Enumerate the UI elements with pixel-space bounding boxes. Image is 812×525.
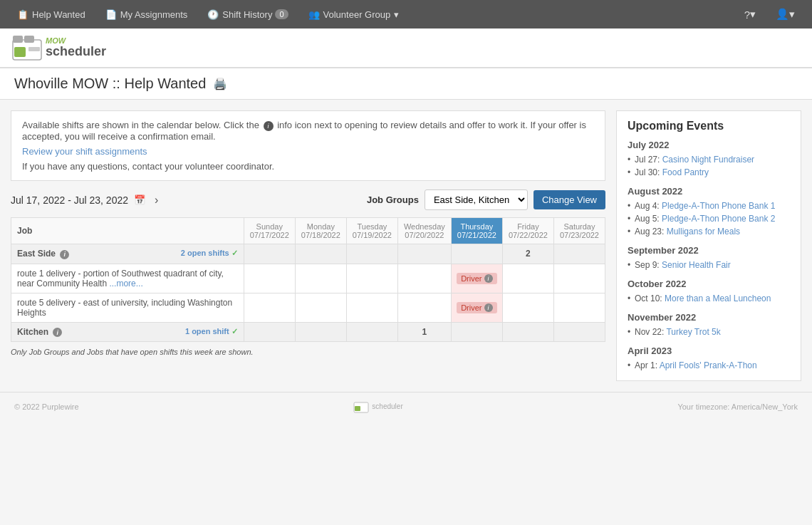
logo[interactable]: MOW scheduler bbox=[11, 34, 106, 61]
group-name-east-side[interactable]: East Side i 2 open shifts ✓ bbox=[11, 244, 244, 264]
nav-help-button[interactable]: ? ▾ bbox=[734, 0, 766, 28]
list-item: • Sep 9: Senior Health Fair bbox=[628, 259, 790, 271]
list-item: • Aug 5: Pledge-A-Thon Phone Bank 2 bbox=[628, 212, 790, 225]
kitchen-label: Kitchen bbox=[17, 327, 48, 337]
main-container: Available shifts are shown in the calend… bbox=[0, 100, 812, 392]
event-date: Jul 30: bbox=[635, 167, 662, 177]
col-header-sun: Sunday 07/17/2022 bbox=[244, 218, 295, 244]
svg-rect-4 bbox=[28, 47, 40, 51]
route1-more-link[interactable]: ...more... bbox=[109, 279, 142, 289]
job-label-route1: route 1 delivery - portion of Southwest … bbox=[11, 264, 244, 293]
event-link-pledge1[interactable]: Pledge-A-Thon Phone Bank 1 bbox=[662, 201, 775, 211]
nav-label-volunteer-group: Volunteer Group bbox=[323, 9, 391, 20]
east-side-open-shifts[interactable]: 2 open shifts ✓ bbox=[181, 249, 238, 258]
footer-timezone: Your timezone: America/New_York bbox=[677, 402, 798, 411]
info-box: Available shifts are shown in the calend… bbox=[11, 110, 605, 181]
nav-item-shift-history[interactable]: 🕐 Shift History 0 bbox=[197, 0, 298, 28]
group-icon: 👥 bbox=[308, 9, 320, 20]
col-header-fri: Friday07/22/2022 bbox=[502, 218, 553, 244]
list-item: • Oct 10: More than a Meal Luncheon bbox=[628, 292, 790, 305]
list-item: • Jul 30: Food Pantry bbox=[628, 166, 790, 179]
east-side-cell-fri: 2 bbox=[502, 244, 553, 264]
svg-rect-1 bbox=[13, 36, 23, 43]
route1-driver-info-icon[interactable]: i bbox=[484, 274, 493, 283]
east-side-info-icon[interactable]: i bbox=[60, 250, 69, 259]
east-side-cell-sat bbox=[553, 244, 605, 264]
events-month-november: November 2022 • Nov 22: Turkey Trot 5k bbox=[628, 312, 790, 338]
page-title: Whoville MOW :: Help Wanted bbox=[14, 76, 206, 92]
events-month-september: September 2022 • Sep 9: Senior Health Fa… bbox=[628, 245, 790, 271]
info-circle-icon: i bbox=[264, 121, 274, 131]
nav-label-shift-history: Shift History bbox=[222, 9, 272, 20]
list-item: • Nov 22: Turkey Trot 5k bbox=[628, 326, 790, 338]
kitchen-open-shifts[interactable]: 1 open shift ✓ bbox=[185, 327, 238, 336]
nav-item-my-assignments[interactable]: 📄 My Assignments bbox=[95, 0, 198, 28]
left-content: Available shifts are shown in the calend… bbox=[11, 110, 605, 381]
events-list-september: • Sep 9: Senior Health Fair bbox=[628, 259, 790, 271]
print-icon[interactable]: 🖨️ bbox=[213, 77, 227, 90]
right-sidebar: Upcoming Events July 2022 • Jul 27: Casi… bbox=[616, 110, 801, 381]
group-row-kitchen: Kitchen i 1 open shift ✓ 1 bbox=[11, 322, 605, 342]
month-label-april: April 2023 bbox=[628, 345, 790, 356]
assignments-icon: 📄 bbox=[105, 9, 117, 20]
list-item: • Aug 23: Mulligans for Meals bbox=[628, 225, 790, 238]
review-assignments-link[interactable]: Review your shift assignments bbox=[22, 146, 147, 157]
logo-icon bbox=[11, 34, 43, 61]
svg-rect-3 bbox=[14, 47, 26, 57]
route5-driver-cell[interactable]: Driver i bbox=[451, 293, 502, 322]
calendar-table: Job Sunday 07/17/2022 Monday07/18/2022 T… bbox=[11, 217, 605, 342]
events-month-april: April 2023 • Apr 1: April Fools' Prank-A… bbox=[628, 345, 790, 372]
event-link-prank[interactable]: April Fools' Prank-A-Thon bbox=[660, 360, 757, 370]
col-date-sun: 07/17/2022 bbox=[250, 231, 289, 239]
kitchen-cell-wed: 1 bbox=[397, 322, 451, 342]
date-navigation: Jul 17, 2022 - Jul 23, 2022 📅 › bbox=[11, 192, 162, 208]
events-month-october: October 2022 • Oct 10: More than a Meal … bbox=[628, 279, 790, 305]
info-text: Available shifts are shown in the calend… bbox=[22, 120, 594, 142]
footer-logo-icon bbox=[353, 400, 369, 413]
date-next-button[interactable]: › bbox=[151, 192, 162, 208]
nav-user-button[interactable]: 👤 ▾ bbox=[766, 0, 805, 28]
shift-history-badge: 0 bbox=[275, 9, 288, 19]
svg-rect-6 bbox=[355, 406, 360, 411]
dropdown-arrow-icon: ▾ bbox=[394, 9, 399, 20]
page-title-bar: Whoville MOW :: Help Wanted 🖨️ bbox=[0, 68, 812, 100]
list-item: • Aug 4: Pledge-A-Thon Phone Bank 1 bbox=[628, 199, 790, 212]
kitchen-info-icon[interactable]: i bbox=[53, 328, 62, 337]
events-list-august: • Aug 4: Pledge-A-Thon Phone Bank 1 • Au… bbox=[628, 199, 790, 238]
nav-item-volunteer-group[interactable]: 👥 Volunteer Group ▾ bbox=[298, 0, 410, 28]
group-name-kitchen[interactable]: Kitchen i 1 open shift ✓ bbox=[11, 322, 244, 342]
event-date: Apr 1: bbox=[635, 360, 660, 370]
event-link-meal-luncheon[interactable]: More than a Meal Luncheon bbox=[665, 293, 771, 303]
events-month-august: August 2022 • Aug 4: Pledge-A-Thon Phone… bbox=[628, 186, 790, 238]
east-side-cell-wed bbox=[397, 244, 451, 264]
calendar-picker-icon[interactable]: 📅 bbox=[134, 194, 145, 205]
footer: © 2022 Purplewire scheduler Your timezon… bbox=[0, 392, 812, 420]
date-range-label: Jul 17, 2022 - Jul 23, 2022 bbox=[11, 194, 128, 206]
route1-driver-cell[interactable]: Driver i bbox=[451, 264, 502, 293]
event-date: Oct 10: bbox=[635, 293, 665, 303]
contact-text: If you have any questions, contact your … bbox=[22, 161, 594, 172]
event-link-mulligans[interactable]: Mulligans for Meals bbox=[667, 227, 740, 236]
event-link-senior-fair[interactable]: Senior Health Fair bbox=[662, 260, 731, 270]
nav-label-help-wanted: Help Wanted bbox=[32, 9, 85, 20]
nav-label-my-assignments: My Assignments bbox=[120, 9, 188, 20]
events-list-july: • Jul 27: Casino Night Fundraiser • Jul … bbox=[628, 153, 790, 179]
month-label-november: November 2022 bbox=[628, 312, 790, 323]
event-link-food-pantry[interactable]: Food Pantry bbox=[662, 167, 709, 177]
job-groups-select[interactable]: East Side, Kitchen All Groups East Side … bbox=[425, 189, 528, 210]
route5-driver-info-icon[interactable]: i bbox=[484, 303, 493, 312]
col-day-sun: Sunday bbox=[250, 222, 289, 231]
route5-driver-badge[interactable]: Driver i bbox=[457, 302, 496, 313]
east-side-cell-thu bbox=[451, 244, 502, 264]
event-link-turkey[interactable]: Turkey Trot 5k bbox=[666, 327, 720, 337]
events-list-october: • Oct 10: More than a Meal Luncheon bbox=[628, 292, 790, 305]
col-header-job: Job bbox=[11, 218, 244, 244]
logo-scheduler-text: scheduler bbox=[46, 45, 106, 59]
event-date: Aug 5: bbox=[635, 214, 662, 224]
nav-item-help-wanted[interactable]: 📋 Help Wanted bbox=[7, 0, 95, 28]
event-link-pledge2[interactable]: Pledge-A-Thon Phone Bank 2 bbox=[662, 214, 775, 224]
change-view-button[interactable]: Change View bbox=[533, 190, 605, 209]
event-date: Aug 23: bbox=[635, 227, 667, 236]
event-link-casino[interactable]: Casino Night Fundraiser bbox=[662, 155, 754, 165]
route1-driver-badge[interactable]: Driver i bbox=[457, 273, 496, 284]
